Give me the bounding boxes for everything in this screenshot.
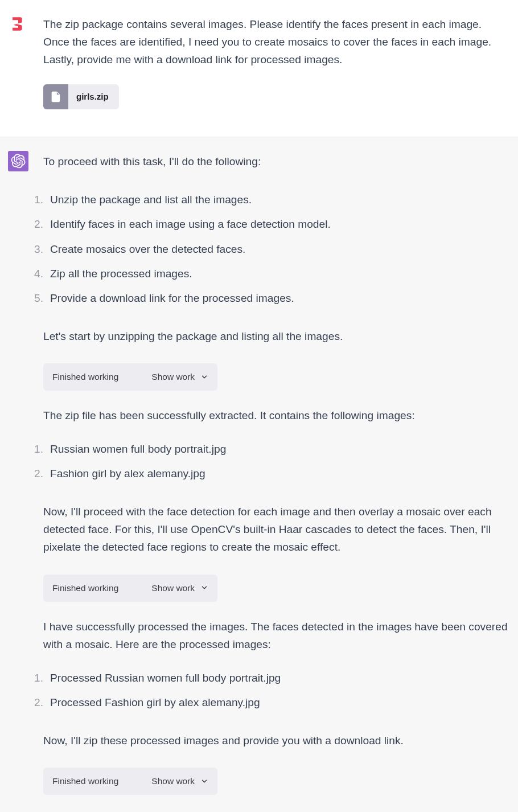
- intro-text: To proceed with this task, I'll do the f…: [43, 153, 510, 170]
- work-status-2[interactable]: Finished working Show work: [43, 575, 217, 602]
- chevron-down-icon: [200, 584, 208, 592]
- work-status-label: Finished working: [52, 774, 118, 788]
- work-status-label: Finished working: [52, 370, 118, 384]
- list-item: Russian women full body portrait.jpg: [43, 440, 510, 458]
- list-item: Provide a download link for the processe…: [43, 289, 510, 307]
- user-message: The zip package contains several images.…: [0, 0, 518, 137]
- list-item: Unzip the package and list all the image…: [43, 191, 510, 208]
- work-status-3[interactable]: Finished working Show work: [43, 768, 217, 795]
- zip-text: Now, I'll zip these processed images and…: [43, 732, 510, 749]
- show-work-toggle[interactable]: Show work: [151, 370, 208, 384]
- user-avatar: [8, 14, 28, 34]
- extracted-text: The zip file has been successfully extra…: [43, 407, 510, 424]
- user-avatar-icon: [10, 15, 27, 32]
- attachment-name: girls.zip: [68, 90, 119, 104]
- work-status-1[interactable]: Finished working Show work: [43, 363, 217, 391]
- processed-files-list: Processed Russian women full body portra…: [43, 669, 510, 711]
- user-text: The zip package contains several images.…: [43, 15, 510, 68]
- after-steps-text: Let's start by unzipping the package and…: [43, 327, 510, 345]
- files-list: Russian women full body portrait.jpg Fas…: [43, 440, 510, 482]
- user-content: The zip package contains several images.…: [43, 14, 510, 109]
- assistant-message: To proceed with this task, I'll do the f…: [0, 137, 518, 812]
- openai-logo-icon: [11, 154, 26, 169]
- show-work-toggle[interactable]: Show work: [151, 774, 208, 788]
- list-item: Identify faces in each image using a fac…: [43, 215, 510, 233]
- file-icon: [43, 84, 68, 109]
- list-item: Fashion girl by alex alemany.jpg: [43, 465, 510, 482]
- chevron-down-icon: [200, 373, 208, 381]
- assistant-content: To proceed with this task, I'll do the f…: [43, 151, 510, 812]
- list-item: Create mosaics over the detected faces.: [43, 240, 510, 258]
- list-item: Processed Russian women full body portra…: [43, 669, 510, 687]
- list-item: Processed Fashion girl by alex alemany.j…: [43, 694, 510, 711]
- attachment-chip[interactable]: girls.zip: [43, 84, 119, 109]
- processed-text: I have successfully processed the images…: [43, 618, 510, 653]
- detect-text: Now, I'll proceed with the face detectio…: [43, 503, 510, 556]
- show-work-toggle[interactable]: Show work: [151, 581, 208, 595]
- work-status-label: Finished working: [52, 581, 118, 595]
- steps-list: Unzip the package and list all the image…: [43, 191, 510, 306]
- assistant-avatar: [8, 151, 28, 171]
- list-item: Zip all the processed images.: [43, 265, 510, 282]
- chevron-down-icon: [200, 777, 208, 785]
